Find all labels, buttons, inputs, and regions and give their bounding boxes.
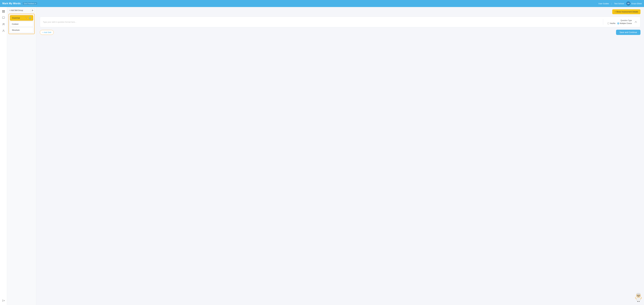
skill-group-label-structure: Structure	[12, 29, 20, 31]
question-type-section: Question Type Yes/No Multiple Choice	[606, 19, 632, 24]
svg-rect-10	[33, 10, 34, 11]
svg-rect-9	[32, 10, 33, 11]
svg-rect-4	[2, 17, 5, 18]
feedback-dot: ●	[35, 3, 36, 4]
multiple-choice-radio[interactable]	[617, 22, 619, 24]
svg-rect-20	[639, 301, 640, 302]
skill-input[interactable]	[43, 21, 601, 23]
collapse-sidebar-button[interactable]	[31, 8, 35, 12]
logout-icon	[2, 299, 5, 302]
yes-no-radio[interactable]	[607, 22, 609, 24]
nav-left: Mark My Words Give Feedback ●	[2, 2, 38, 5]
user-guides-link[interactable]: User Guides	[598, 2, 609, 5]
radio-group: Yes/No Multiple Choice	[607, 22, 632, 24]
main-content: + Show Assessment Details Question Type …	[36, 7, 644, 305]
card-divider	[603, 19, 603, 25]
feedback-button[interactable]: Give Feedback ●	[22, 2, 38, 5]
yes-no-option[interactable]: Yes/No	[607, 22, 616, 24]
nav-icon-logout[interactable]	[1, 298, 6, 303]
svg-point-7	[3, 30, 4, 31]
school-name: Test School	[614, 2, 624, 5]
delete-grammar-icon[interactable]: 🗑️	[29, 17, 31, 19]
add-skill-group-button[interactable]: + Add Skill Group	[8, 9, 24, 12]
svg-point-15	[639, 295, 640, 296]
show-assessment-details-button[interactable]: + Show Assessment Details	[612, 9, 640, 14]
chevron-up-icon	[635, 21, 637, 23]
question-type-label: Question Type	[620, 19, 632, 21]
sidebar-item-grammar[interactable]: Grammar ✏️ 🗑️	[10, 15, 33, 21]
sidebar-header: + Add Skill Group	[8, 8, 35, 12]
users-icon	[2, 23, 5, 25]
add-skill-button[interactable]: + Add Skill	[40, 30, 54, 35]
user-info: GR Grace Elliott	[626, 1, 642, 5]
sidebar-item-structure[interactable]: Structure	[10, 27, 33, 33]
nav-icon-users[interactable]	[1, 22, 6, 27]
save-continue-label: Save and Continue	[620, 31, 637, 33]
app-body: + Add Skill Group Grammar ✏️ 🗑️ Context	[0, 7, 644, 305]
yes-no-label: Yes/No	[610, 22, 616, 24]
person-icon	[2, 29, 5, 32]
svg-rect-19	[637, 301, 638, 302]
nav-divider: |	[611, 2, 612, 5]
top-navigation: Mark My Words Give Feedback ● User Guide…	[0, 0, 644, 7]
grid-icon	[2, 10, 5, 13]
svg-point-5	[3, 23, 4, 24]
collapse-skill-button[interactable]	[634, 20, 638, 24]
svg-point-13	[636, 293, 640, 295]
nav-right: User Guides | Test School GR Grace Ellio…	[598, 1, 642, 5]
skill-group-label-grammar: Grammar	[12, 17, 20, 19]
sidebar-item-context[interactable]: Context	[10, 21, 33, 27]
svg-point-6	[4, 23, 4, 24]
nav-icon-chat[interactable]	[1, 15, 6, 20]
mascot	[635, 292, 642, 303]
multiple-choice-label: Multiple Choice	[620, 22, 632, 24]
nav-icon-grid[interactable]	[1, 9, 6, 14]
user-name: Grace Elliott	[631, 2, 642, 5]
svg-point-14	[638, 295, 638, 296]
collapse-icon	[32, 9, 34, 11]
feedback-label: Give Feedback	[24, 3, 34, 4]
svg-rect-3	[4, 11, 5, 12]
multiple-choice-option[interactable]: Multiple Choice	[617, 22, 632, 24]
save-and-continue-button[interactable]: Save and Continue	[616, 30, 640, 35]
skill-card: Question Type Yes/No Multiple Choice	[40, 16, 640, 27]
chat-icon	[2, 16, 5, 19]
mascot-figure	[635, 292, 642, 302]
avatar: GR	[626, 1, 630, 5]
sidebar-panel: Grammar ✏️ 🗑️ Context Structure	[8, 14, 35, 34]
nav-icon-person[interactable]	[1, 28, 6, 33]
add-skill-label: + Add Skill	[42, 31, 51, 33]
svg-rect-2	[2, 11, 3, 12]
grammar-actions: ✏️ 🗑️	[26, 17, 31, 19]
skill-group-label-context: Context	[12, 23, 18, 25]
icon-strip	[0, 7, 7, 305]
edit-grammar-icon[interactable]: ✏️	[26, 17, 28, 19]
action-bar: + Add Skill Save and Continue	[40, 30, 640, 35]
app-title: Mark My Words	[2, 2, 21, 5]
svg-rect-0	[2, 10, 3, 11]
svg-rect-1	[4, 10, 5, 11]
sidebar: + Add Skill Group Grammar ✏️ 🗑️ Context	[7, 7, 36, 305]
main-top-bar: + Show Assessment Details	[40, 9, 640, 14]
show-details-label: + Show Assessment Details	[614, 11, 638, 13]
